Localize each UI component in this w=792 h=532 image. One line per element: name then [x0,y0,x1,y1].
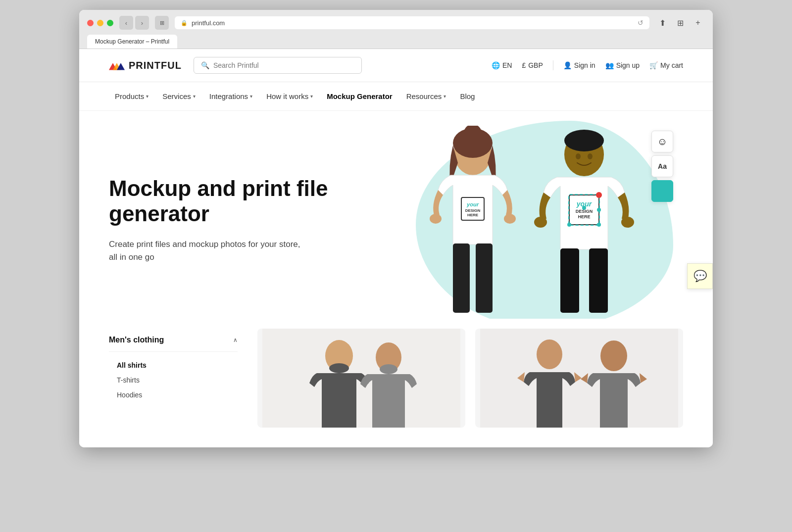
forward-button[interactable]: › [135,16,149,30]
svg-point-15 [564,130,604,151]
back-button[interactable]: ‹ [119,16,133,30]
nav-howitworks-chevron: ▾ [310,94,313,99]
globe-icon: 🌐 [492,61,500,69]
browser-titlebar: ‹ › ⊞ 🔒 printful.com ↺ ⬆ ⊞ + [87,16,705,30]
add-button[interactable]: + [691,16,705,30]
nav-integrations[interactable]: Integrations ▾ [203,89,258,103]
language-selector[interactable]: 🌐 EN [492,61,512,69]
close-button[interactable] [87,20,94,26]
hero-subtitle: Create print files and mockup photos for… [109,238,307,263]
sign-up-label: Sign up [616,61,640,69]
sidebar-item-all-shirts-label: All shirts [117,361,147,369]
sidebar-items-list: All shirts T-shirts Hoodies [109,352,238,408]
svg-text:your: your [466,201,479,207]
sign-up-link[interactable]: 👥 Sign up [605,61,640,69]
share-button[interactable]: ⬆ [655,16,669,30]
maximize-button[interactable] [107,20,113,26]
sidebar-item-tshirts-label: T-shirts [117,376,140,384]
nav-resources[interactable]: Resources ▾ [400,89,452,103]
nav-products[interactable]: Products ▾ [109,89,154,103]
hero-people: your DESIGN HERE [421,126,639,314]
logo-text: PRINTFUL [129,60,182,71]
nav-services-chevron: ▾ [193,94,196,99]
nav-services-label: Services [162,92,191,100]
products-section: Men's clothing ∧ All shirts T-shirts Hoo… [79,319,713,447]
svg-rect-12 [453,243,470,313]
sign-in-label: Sign in [574,61,595,69]
sidebar-item-hoodies[interactable]: Hoodies [109,387,238,402]
svg-point-32 [380,364,397,374]
browser-nav-buttons: ‹ › [119,16,149,30]
nav-mockup-generator[interactable]: Mockup Generator [321,89,398,103]
address-bar[interactable]: 🔒 printful.com ↺ [175,16,649,29]
nav-products-label: Products [115,92,144,100]
logo-icon [109,58,125,72]
sidebar-category-header[interactable]: Men's clothing ∧ [109,329,238,352]
svg-point-34 [537,339,562,369]
lock-icon: 🔒 [181,20,188,26]
nav-integrations-chevron: ▾ [250,94,252,99]
person-female: your DESIGN HERE [421,126,525,314]
new-tab-button[interactable]: ⊞ [673,16,687,30]
handle-bl[interactable] [567,223,571,227]
logo-link[interactable]: PRINTFUL [109,58,182,72]
nav-blog[interactable]: Blog [454,89,481,103]
currency-selector[interactable]: £ GBP [522,61,543,69]
hero-section: Mockup and print file generator Create p… [79,111,713,319]
search-input[interactable] [213,61,354,69]
browser-window: ‹ › ⊞ 🔒 printful.com ↺ ⬆ ⊞ + Mockup Gene… [79,10,713,447]
sidebar-category-title: Men's clothing [109,336,164,344]
svg-rect-24 [560,248,579,313]
header-actions: 🌐 EN £ GBP 👤 Sign in 👥 Sign up 🛒 [492,60,683,70]
cart-link[interactable]: 🛒 My cart [649,61,683,69]
emoji-tool[interactable]: ☺ [651,131,673,152]
person-male: your DESIGN HERE [530,126,639,314]
search-bar[interactable]: 🔍 [194,57,362,74]
minimize-button[interactable] [97,20,103,26]
active-tab[interactable]: Mockup Generator – Printful [87,35,177,48]
sign-in-link[interactable]: 👤 Sign in [563,61,595,69]
remove-design-dot[interactable] [596,192,602,198]
svg-point-10 [430,214,442,224]
emoji-icon: ☺ [657,136,667,147]
nav-resources-chevron: ▾ [444,94,446,99]
nav-howitworks-label: How it works [266,92,308,100]
chat-button[interactable]: 💬 [687,263,713,289]
browser-chrome: ‹ › ⊞ 🔒 printful.com ↺ ⬆ ⊞ + Mockup Gene… [79,10,713,49]
sidebar-item-tshirts[interactable]: T-shirts [109,373,238,387]
sidebar-item-all-shirts[interactable]: All shirts [109,358,238,373]
handle-mr[interactable] [597,208,601,212]
page-content: PRINTFUL 🔍 🌐 EN £ GBP 👤 Sign in [79,49,713,447]
svg-point-22 [534,217,547,228]
svg-point-28 [329,363,349,373]
sidebar-item-hoodies-label: Hoodies [117,391,142,399]
female-silhouette: your DESIGN HERE [421,126,525,314]
language-label: EN [502,61,512,69]
product-card-2[interactable] [475,329,683,428]
nav-services[interactable]: Services ▾ [156,89,201,103]
hero-image-area: your DESIGN HERE [376,111,713,319]
text-tool[interactable]: Aa [651,155,673,177]
products-grid [257,319,683,428]
svg-point-35 [600,340,627,371]
currency-label: GBP [528,61,543,69]
handle-bc[interactable] [582,206,586,210]
site-nav: Products ▾ Services ▾ Integrations ▾ How… [79,82,713,111]
nav-mockup-label: Mockup Generator [327,92,393,100]
tab-view-button[interactable]: ⊞ [155,16,169,30]
sidebar-collapse-chevron: ∧ [233,337,238,343]
color-tool[interactable] [651,180,673,202]
product-sidebar: Men's clothing ∧ All shirts T-shirts Hoo… [109,319,238,428]
nav-how-it-works[interactable]: How it works ▾ [260,89,319,103]
svg-point-11 [504,214,516,224]
chat-icon: 💬 [693,270,707,283]
nav-products-chevron: ▾ [146,94,148,99]
svg-rect-25 [589,248,608,313]
site-header: PRINTFUL 🔍 🌐 EN £ GBP 👤 Sign in [79,49,713,82]
nav-blog-label: Blog [460,92,475,100]
handle-br[interactable] [597,223,601,227]
reload-icon[interactable]: ↺ [638,19,644,27]
product-card-1[interactable] [257,329,465,428]
svg-text:DESIGN: DESIGN [465,208,481,213]
header-divider [553,60,553,70]
